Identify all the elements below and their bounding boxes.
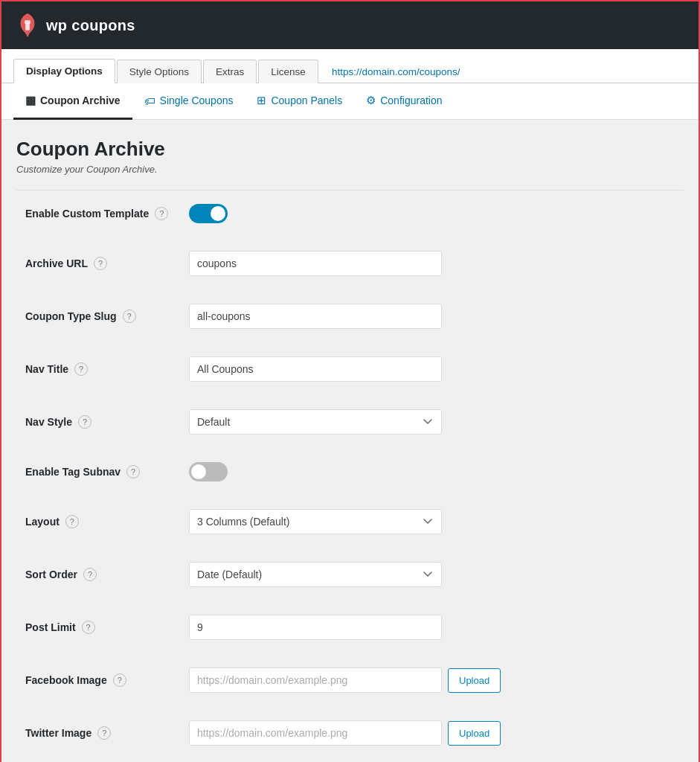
field-control-facebook-image: Upload [180,654,684,707]
field-row-nav-title: Nav Title ? [16,343,684,396]
single-coupons-icon: 🏷 [144,95,155,107]
sub-tab-single-coupons[interactable]: 🏷 Single Coupons [132,84,245,120]
sub-tab-coupon-archive[interactable]: ▦ Coupon Archive [13,83,132,120]
facebook-image-group: Upload [189,667,675,693]
toggle-slider-off [189,462,228,481]
field-label-nav-title: Nav Title ? [16,343,180,396]
help-enable-tag-subnav[interactable]: ? [126,465,140,478]
page-title: Coupon Archive [16,138,684,161]
field-row-facebook-image: Facebook Image ? Upload [16,654,684,707]
app-title: wp coupons [46,17,135,34]
help-coupon-type-slug[interactable]: ? [123,310,136,323]
tab-extras[interactable]: Extras [203,60,257,83]
app-wrapper: wp coupons Display Options Style Options… [0,0,700,762]
field-label-facebook-image: Facebook Image ? [16,654,180,707]
coupon-type-slug-input[interactable] [189,304,442,329]
tab-style-options[interactable]: Style Options [117,60,202,83]
main-content: Coupon Archive Customize your Coupon Arc… [1,120,699,762]
sub-tab-coupon-archive-label: Coupon Archive [40,95,121,106]
nav-title-input[interactable] [189,356,442,382]
logo-icon [16,12,39,39]
tab-license[interactable]: License [258,60,318,83]
field-label-twitter-image: Twitter Image ? [16,707,180,760]
help-sort-order[interactable]: ? [83,568,97,581]
toggle-enable-custom-template[interactable] [189,204,228,223]
twitter-image-group: Upload [189,720,675,746]
settings-form: Enable Custom Template ? [16,190,684,760]
help-enable-custom-template[interactable]: ? [155,207,168,220]
help-twitter-image[interactable]: ? [97,726,111,740]
twitter-image-upload-button[interactable]: Upload [448,721,501,746]
sub-tab-single-coupons-label: Single Coupons [160,95,234,106]
sub-tab-configuration-label: Configuration [380,95,442,106]
toggle-enable-tag-subnav[interactable] [189,462,228,481]
help-layout[interactable]: ? [65,515,79,528]
field-row-twitter-image: Twitter Image ? Upload [16,707,684,760]
help-post-limit[interactable]: ? [82,621,95,634]
field-control-enable-custom-template [180,190,684,237]
field-control-enable-tag-subnav [180,449,684,496]
field-row-nav-style: Nav Style ? Default Minimal Full [16,396,684,449]
field-control-layout: 3 Columns (Default) 2 Columns 1 Column 4… [180,496,684,548]
facebook-image-input[interactable] [189,667,442,693]
field-control-sort-order: Date (Default) Title Random Menu Order [180,548,684,601]
tab-domain-link[interactable]: https://domain.com/coupons/ [320,60,472,83]
field-label-enable-tag-subnav: Enable Tag Subnav ? [16,449,180,496]
sort-order-select[interactable]: Date (Default) Title Random Menu Order [189,562,442,587]
svg-rect-0 [25,23,30,30]
post-limit-input[interactable] [189,615,442,640]
tab-display-options[interactable]: Display Options [13,59,115,83]
layout-select[interactable]: 3 Columns (Default) 2 Columns 1 Column 4… [189,509,442,534]
field-control-coupon-type-slug [180,290,684,343]
field-label-coupon-type-slug: Coupon Type Slug ? [16,290,180,343]
sub-tab-bar: ▦ Coupon Archive 🏷 Single Coupons ⊞ Coup… [1,83,699,120]
field-label-archive-url: Archive URL ? [16,237,180,290]
field-row-archive-url: Archive URL ? [16,237,684,290]
page-subtitle: Customize your Coupon Archive. [16,164,684,175]
configuration-icon: ⚙ [366,94,376,107]
main-tab-bar: Display Options Style Options Extras Lic… [1,49,699,83]
facebook-image-upload-button[interactable]: Upload [448,668,501,693]
field-control-twitter-image: Upload [180,707,684,760]
field-row-coupon-type-slug: Coupon Type Slug ? [16,290,684,343]
nav-style-select[interactable]: Default Minimal Full [189,409,442,435]
sub-tab-configuration[interactable]: ⚙ Configuration [354,83,454,120]
help-nav-title[interactable]: ? [74,362,88,376]
help-nav-style[interactable]: ? [78,415,91,429]
field-label-sort-order: Sort Order ? [16,548,180,601]
twitter-image-input[interactable] [189,720,442,746]
field-control-nav-title [180,343,684,396]
field-label-enable-custom-template: Enable Custom Template ? [16,190,180,237]
sub-tab-coupon-panels-label: Coupon Panels [271,95,342,106]
archive-url-input[interactable] [189,251,442,276]
field-control-archive-url [180,237,684,290]
field-row-enable-custom-template: Enable Custom Template ? [16,190,684,237]
field-row-post-limit: Post Limit ? [16,601,684,654]
sub-tab-coupon-panels[interactable]: ⊞ Coupon Panels [245,83,354,120]
field-control-nav-style: Default Minimal Full [180,396,684,449]
field-label-post-limit: Post Limit ? [16,601,180,654]
field-row-sort-order: Sort Order ? Date (Default) Title Random… [16,548,684,601]
help-archive-url[interactable]: ? [94,257,107,270]
toggle-slider-on [189,204,228,223]
field-label-layout: Layout ? [16,496,180,548]
logo-area: wp coupons [16,12,135,39]
svg-rect-1 [25,20,30,24]
help-facebook-image[interactable]: ? [113,673,126,687]
field-row-layout: Layout ? 3 Columns (Default) 2 Columns 1… [16,496,684,548]
coupon-archive-icon: ▦ [25,94,36,107]
field-control-post-limit [180,601,684,654]
app-header: wp coupons [1,1,699,49]
field-row-enable-tag-subnav: Enable Tag Subnav ? [16,449,684,496]
coupon-panels-icon: ⊞ [257,94,266,107]
field-label-nav-style: Nav Style ? [16,396,180,449]
